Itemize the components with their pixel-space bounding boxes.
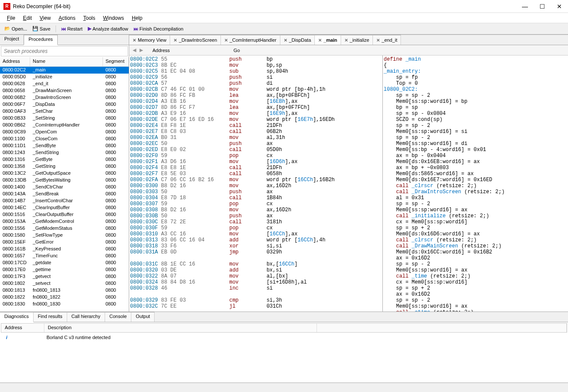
procedure-row[interactable]: 0800:1580_SetFlowType0800 [0,232,129,239]
close-icon[interactable]: ✕ [133,38,136,43]
procedure-row[interactable]: 0800:17CD_getdate0800 [0,259,129,266]
procedure-row[interactable]: 0800:1100_CloseCom0800 [0,136,129,142]
finish-icon: ⏭ [133,26,138,31]
procedure-row[interactable]: 0800:143A_SendBreak0800 [0,191,129,198]
minimize-button[interactable]: — [520,3,530,10]
procedure-row[interactable]: 0800:06B2_DrawIntroScreen0800 [0,94,129,101]
doc-tabs: ✕Memory View✕_DrawIntroScreen✕_ComInterr… [129,35,568,45]
go-label[interactable]: Go [233,48,240,53]
bottom-tab-diagnostics[interactable]: Diagnostics [0,312,34,322]
menu-actions[interactable]: Actions [55,14,79,22]
procedure-row[interactable]: 0800:1556_GetModemStatus0800 [0,225,129,232]
procedure-row[interactable]: 0800:161B_KeyPressed0800 [0,246,129,253]
menu-help[interactable]: Help [128,14,146,22]
procedure-list: 0800:02C2_main08000800:05D0_initialize08… [0,67,129,312]
maximize-button[interactable]: ☐ [537,3,547,10]
close-icon[interactable]: ✕ [318,38,322,43]
procedure-row[interactable]: 0800:1802_setvect0800 [0,280,129,287]
menu-file[interactable]: File [3,14,19,22]
menu-tools[interactable]: Tools [80,14,99,22]
right-panel: ✕Memory View✕_DrawIntroScreen✕_ComInterr… [129,35,568,312]
procedure-row[interactable]: 0800:1316_GetByte0800 [0,156,129,163]
restart-icon: ⏮ [61,26,66,31]
procedure-row[interactable]: 0800:15EF_GetError0800 [0,239,129,246]
procedure-row[interactable]: 0800:14EC_ClearInputBuffer0800 [0,204,129,211]
doc-tab[interactable]: ✕_ComInterruptHandler [221,35,280,45]
procedure-row[interactable]: 0800:1243_SendString0800 [0,149,129,156]
restart-button[interactable]: ⏮Restart [59,25,84,32]
procedure-row[interactable]: 0800:0B33_SetString0800 [0,115,129,122]
procedure-row[interactable]: 0800:0628_end_it0800 [0,80,129,87]
disassembly-panel[interactable]: 0800:02C2 55 push bp0800:02C3 8B EC mov … [129,56,383,312]
procedure-row[interactable]: 0800:1358_GetString0800 [0,163,129,170]
save-button[interactable]: 💾Save [31,25,52,32]
procedure-row[interactable]: 0800:13DB_GetBytesWaiting0800 [0,177,129,184]
diagnostics-header: Address Description [1,323,567,333]
procedure-row[interactable]: 0800:13C2_GetOutputSpace0800 [0,170,129,177]
analyze-button[interactable]: ▶Analyze dataflow [86,25,130,32]
procedure-row[interactable]: 0800:1516_ClearOutputBuffer0800 [0,211,129,218]
toolbar: 📂Open... 💾Save ⏮Restart ▶Analyze dataflo… [0,23,568,34]
back-icon[interactable]: ◀ [133,47,136,53]
left-tabs: Project Procedures [0,35,129,45]
save-icon: 💾 [32,26,38,31]
col-segment[interactable]: Segment [103,57,129,66]
procedure-row[interactable]: 0800:14B7_InsertControlChar0800 [0,198,129,204]
left-panel: Project Procedures Address Name Segment … [0,35,129,312]
procedure-row[interactable]: 0800:1813fn0800_18130800 [0,287,129,294]
procedure-row[interactable]: 0800:0658_DrawMainScreen0800 [0,87,129,94]
procedure-row[interactable]: 0800:1400_SendCtrChar0800 [0,184,129,191]
bottom-tab-console[interactable]: Console [105,312,131,322]
search-input[interactable] [1,46,127,56]
menu-edit[interactable]: Edit [19,14,35,22]
open-button[interactable]: 📂Open... [3,25,29,32]
doc-tab[interactable]: ✕_initialize [341,35,373,45]
procedure-row[interactable]: 0800:17E0_gettime0800 [0,266,129,273]
close-button[interactable]: ✕ [554,3,565,10]
menu-windows[interactable]: Windows [99,14,127,22]
procedure-row[interactable]: 0800:0B62_ComInterruptHandler0800 [0,122,129,129]
procedure-header: Address Name Segment [0,57,129,67]
doc-tab[interactable]: ✕_end_it [373,35,401,45]
procedures-tab[interactable]: Procedures [24,35,57,45]
procedure-row[interactable]: 0800:1830fn0800_18300800 [0,301,129,308]
col-name[interactable]: Name [30,57,103,66]
bottom-tabs: DiagnosticsFind resultsCall hierarchyCon… [0,312,568,322]
doc-tab[interactable]: ✕_main [315,35,341,45]
title-bar: R Reko Decompiler (64-bit) — ☐ ✕ [0,0,568,13]
doc-tab[interactable]: ✕_DispData [280,35,315,45]
close-icon[interactable]: ✕ [224,38,228,43]
doc-tab[interactable]: ✕_DrawIntroScreen [170,35,221,45]
bottom-tab-output[interactable]: Output [131,312,155,322]
bottom-tab-call-hierarchy[interactable]: Call hierarchy [67,312,105,322]
close-icon[interactable]: ✕ [376,38,380,43]
procedure-row[interactable]: 0800:05D0_initialize0800 [0,74,129,80]
procedure-row[interactable]: 0800:06F7_DispData0800 [0,101,129,108]
procedure-row[interactable]: 0800:17F3_getvect0800 [0,273,129,280]
nav-bar: ◀ ▶ Address Go [129,45,568,56]
close-icon[interactable]: ✕ [284,38,287,43]
col-address[interactable]: Address [0,57,30,66]
project-tab[interactable]: Project [0,35,24,45]
bottom-tab-find-results[interactable]: Find results [34,312,67,322]
search-box [1,46,128,56]
finish-button[interactable]: ⏭Finish Decompilation [132,25,185,32]
diagnostic-row[interactable]: iBorland C v3 runtime detected [0,333,568,341]
procedure-row[interactable]: 0800:02C2_main0800 [0,67,129,74]
procedure-row[interactable]: 0800:1822fn0800_18220800 [0,294,129,301]
menu-view[interactable]: View [36,14,54,22]
diag-col-address[interactable]: Address [1,324,44,332]
doc-tab[interactable]: ✕Memory View [129,35,170,45]
diag-col-description[interactable]: Description [44,324,317,332]
close-icon[interactable]: ✕ [345,38,348,43]
procedure-row[interactable]: 0800:11D1_SendByte0800 [0,142,129,149]
forward-icon[interactable]: ▶ [140,47,143,53]
open-icon: 📂 [4,26,10,31]
pseudocode-panel[interactable]: define _main{_main_entry: sp = fp Top = … [383,56,568,312]
procedure-row[interactable]: 0800:0C89_OpenCom0800 [0,129,129,136]
separator [56,25,56,32]
procedure-row[interactable]: 0800:153A_GetModemControl0800 [0,218,129,225]
procedure-row[interactable]: 0800:0AF3_SetChar0800 [0,108,129,115]
close-icon[interactable]: ✕ [174,38,177,43]
procedure-row[interactable]: 0800:1657_TimerFunc0800 [0,253,129,259]
